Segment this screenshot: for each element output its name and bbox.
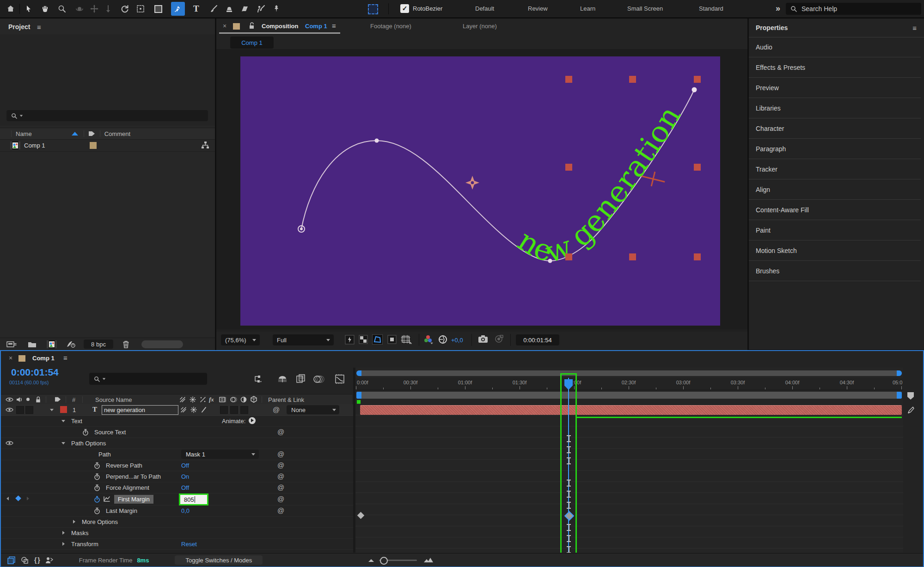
toggle-switches-modes-button[interactable]: Toggle Switches / Modes bbox=[175, 555, 263, 565]
group-eye-icon[interactable] bbox=[6, 440, 13, 446]
parent-pickwhip-icon[interactable]: @ bbox=[273, 406, 280, 413]
viewer-tab-layer[interactable]: Layer (none) bbox=[463, 23, 497, 30]
workspace-tab-standard[interactable]: Standard bbox=[699, 5, 723, 12]
properties-item-brushes[interactable]: Brushes bbox=[749, 261, 921, 281]
composition-mini-flowchart-icon[interactable] bbox=[254, 375, 264, 383]
path-label[interactable]: Path bbox=[98, 451, 111, 458]
expression-braces-icon[interactable]: { } bbox=[34, 556, 40, 564]
path-dropdown[interactable]: Mask 1 bbox=[181, 450, 259, 459]
properties-item-paint[interactable]: Paint bbox=[749, 220, 921, 240]
flowchart-icon[interactable] bbox=[201, 142, 209, 149]
frame-blending-panel-icon[interactable] bbox=[296, 374, 306, 383]
animate-menu-icon[interactable] bbox=[249, 417, 256, 424]
first-margin-input[interactable]: 805 bbox=[179, 493, 208, 505]
property-group-path-options[interactable]: Path Options bbox=[1, 438, 353, 449]
orbit-camera-tool-icon[interactable] bbox=[75, 5, 84, 13]
parent-link-column-label[interactable]: Parent & Link bbox=[268, 396, 304, 403]
region-of-interest-icon[interactable] bbox=[387, 335, 397, 344]
render-multiframe-icon[interactable] bbox=[7, 556, 15, 564]
property-group-masks[interactable]: Masks bbox=[1, 527, 353, 539]
properties-item-effects-presets[interactable]: Effects & Presets bbox=[749, 57, 921, 78]
pan-camera-tool-icon[interactable] bbox=[90, 5, 98, 13]
layer-quality-switch-icon[interactable] bbox=[180, 407, 187, 413]
rectangle-tool-icon[interactable] bbox=[154, 5, 163, 13]
exposure-value[interactable]: +0,0 bbox=[451, 337, 463, 344]
project-panel-menu-icon[interactable]: ≡ bbox=[37, 23, 41, 31]
properties-item-paragraph[interactable]: Paragraph bbox=[749, 139, 921, 159]
pickwhip-icon[interactable]: @ bbox=[277, 483, 284, 491]
mask-visibility-icon[interactable] bbox=[372, 334, 383, 345]
sort-ascending-icon[interactable] bbox=[72, 132, 78, 136]
property-row-reverse-path[interactable]: Reverse Path Off @ bbox=[1, 460, 353, 471]
hand-tool-icon[interactable] bbox=[41, 5, 49, 13]
pen-tool-icon[interactable] bbox=[171, 2, 185, 16]
transform-reset-button[interactable]: Reset bbox=[181, 541, 197, 548]
layer-switch-empty[interactable] bbox=[220, 406, 228, 414]
layer-audio-switch[interactable] bbox=[16, 406, 24, 414]
show-snapshot-icon[interactable] bbox=[494, 335, 504, 343]
navigator-start-handle[interactable] bbox=[356, 370, 361, 376]
time-navigator-bar[interactable] bbox=[356, 370, 902, 376]
panel-label-swatch[interactable] bbox=[233, 23, 240, 30]
transform-label[interactable]: Transform bbox=[71, 541, 98, 548]
viewer-tab-composition-target[interactable]: Comp 1 bbox=[305, 23, 327, 30]
reverse-path-value[interactable]: Off bbox=[181, 462, 189, 469]
workspace-tab-small-screen[interactable]: Small Screen bbox=[627, 5, 663, 12]
grid-guides-icon[interactable] bbox=[401, 335, 412, 344]
force-alignment-label[interactable]: Force Alignment bbox=[106, 484, 149, 491]
property-group-transform[interactable]: Transform Reset bbox=[1, 538, 353, 550]
adjustment-layer-icon[interactable] bbox=[230, 396, 237, 403]
timeline-tab-menu-icon[interactable]: ≡ bbox=[63, 354, 67, 362]
brush-tool-icon[interactable] bbox=[209, 5, 218, 13]
parent-dropdown[interactable]: None bbox=[287, 405, 339, 414]
lock-column-icon[interactable] bbox=[35, 396, 41, 403]
column-name-label[interactable]: Name bbox=[16, 130, 32, 137]
pickwhip-icon[interactable]: @ bbox=[277, 506, 284, 514]
stopwatch-icon[interactable] bbox=[94, 484, 100, 491]
property-graph-icon[interactable] bbox=[103, 496, 110, 502]
effects-icon[interactable] bbox=[190, 396, 196, 403]
help-search-box[interactable]: Search Help bbox=[786, 3, 921, 15]
workspace-overflow-chevrons[interactable]: » bbox=[776, 4, 780, 13]
last-margin-label[interactable]: Last Margin bbox=[106, 507, 137, 514]
properties-item-align[interactable]: Align bbox=[749, 179, 921, 200]
zoom-tool-icon[interactable] bbox=[58, 5, 66, 13]
pickwhip-icon[interactable]: @ bbox=[277, 450, 284, 458]
layer-switch-empty[interactable] bbox=[230, 406, 238, 414]
text-group-label[interactable]: Text bbox=[71, 418, 82, 425]
interpret-footage-icon[interactable] bbox=[6, 340, 17, 348]
perpendicular-value[interactable]: On bbox=[181, 473, 189, 480]
property-group-more-options[interactable]: More Options bbox=[1, 516, 353, 528]
property-row-last-margin[interactable]: Last Margin 0,0 @ bbox=[1, 505, 353, 517]
navigator-end-handle[interactable] bbox=[897, 370, 902, 376]
shy-person-icon[interactable] bbox=[45, 557, 53, 564]
project-settings-proxy-icon[interactable] bbox=[66, 340, 75, 348]
properties-item-preview[interactable]: Preview bbox=[749, 78, 921, 98]
layer-row[interactable]: 1 T new generation @ None bbox=[1, 404, 353, 416]
home-icon[interactable] bbox=[6, 5, 15, 13]
pickwhip-icon[interactable]: @ bbox=[277, 495, 284, 503]
property-row-path[interactable]: Path Mask 1 @ bbox=[1, 449, 353, 460]
snap-marquee-icon[interactable] bbox=[368, 4, 378, 14]
layer-duration-bar[interactable] bbox=[360, 405, 902, 415]
keyframe-nav-diamond[interactable] bbox=[15, 495, 21, 501]
composition-canvas[interactable]: new generation bbox=[240, 56, 720, 326]
rotation-tool-icon[interactable] bbox=[121, 5, 129, 13]
solo-column-icon[interactable] bbox=[26, 398, 30, 401]
properties-item-tracker[interactable]: Tracker bbox=[749, 159, 921, 179]
channels-icon[interactable] bbox=[423, 334, 433, 345]
dolly-camera-tool-icon[interactable] bbox=[105, 5, 111, 13]
property-group-text[interactable]: Text Animate: bbox=[1, 415, 353, 427]
exposure-shutter-icon[interactable] bbox=[438, 335, 447, 344]
rotobezier-checkbox[interactable]: ✓ bbox=[400, 4, 409, 13]
work-area-end-handle[interactable] bbox=[897, 392, 902, 399]
work-area-bar[interactable] bbox=[356, 392, 902, 399]
puppet-pin-icon[interactable] bbox=[273, 5, 280, 13]
comp-button-quill-icon[interactable] bbox=[907, 407, 914, 414]
layer-video-eye-icon[interactable] bbox=[6, 407, 13, 413]
property-row-source-text[interactable]: Source Text @ bbox=[1, 426, 353, 438]
property-row-perpendicular-to-path[interactable]: Perpend...ar To Path On @ bbox=[1, 471, 353, 482]
camera-marquee-icon[interactable] bbox=[136, 5, 145, 13]
close-icon[interactable]: × bbox=[223, 22, 226, 30]
search-options-chevron[interactable] bbox=[20, 115, 23, 117]
